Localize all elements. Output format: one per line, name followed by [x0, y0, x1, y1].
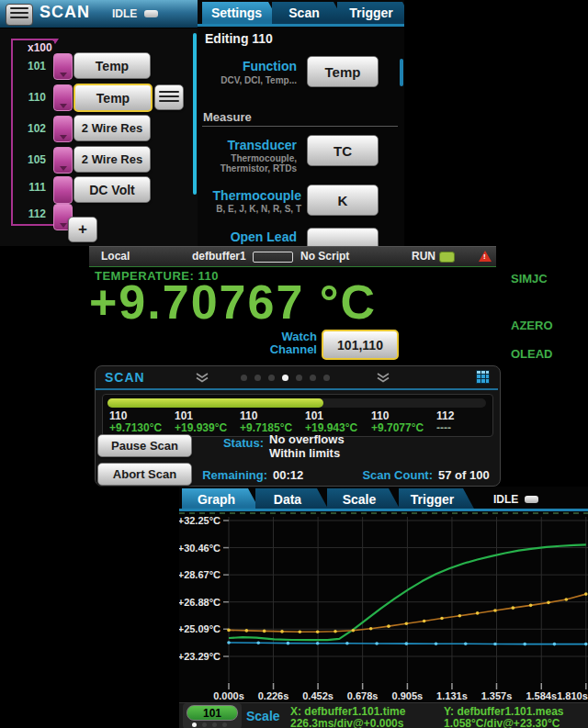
- scrollbar[interactable]: [193, 33, 197, 195]
- channel-badge[interactable]: [53, 176, 73, 204]
- idle-status: IDLE: [493, 493, 518, 506]
- settings-panel: Settings Scan Trigger Editing 110 Functi…: [198, 0, 404, 246]
- reading-channel: 112: [436, 409, 454, 422]
- main-reading: +9.70767 °C: [89, 274, 377, 330]
- home-screen: Local defbuffer1 No Script RUN ! TEMPERA…: [89, 246, 588, 487]
- temperature-graph[interactable]: 0.000s0.226s0.452s0.678s0.905s1.131s1.35…: [179, 511, 588, 702]
- watch-channel-button[interactable]: 101,110: [322, 330, 399, 360]
- channel-function-button[interactable]: 2 Wire Res: [74, 146, 151, 173]
- active-trace-pill[interactable]: 101: [187, 705, 238, 721]
- tab-settings[interactable]: Settings: [202, 2, 280, 24]
- scan-count-value: 57 of 100: [438, 468, 490, 482]
- reading-value: +9.7130°C: [109, 421, 162, 434]
- channel-badge[interactable]: [53, 147, 73, 174]
- svg-text:+26.88°C: +26.88°C: [179, 597, 220, 608]
- swipe-left-chevron-icon[interactable]: [195, 373, 209, 383]
- thermocouple-value-button[interactable]: K: [307, 185, 379, 216]
- channel-number: 112: [15, 207, 46, 220]
- transducer-value-button[interactable]: TC: [307, 135, 379, 166]
- trace-selector-tile[interactable]: 101: [183, 703, 242, 728]
- reading-value: +19.939°C: [175, 421, 227, 434]
- buffer-fill-gauge: [253, 252, 293, 263]
- script-status: No Script: [300, 250, 349, 263]
- section-divider: [202, 126, 398, 127]
- measure-section-title: Measure: [203, 110, 252, 124]
- scale-button[interactable]: Scale: [246, 709, 280, 723]
- svg-text:0.452s: 0.452s: [302, 690, 334, 701]
- x-legend-line1: X: defbuffer1.101.time: [290, 705, 405, 718]
- reading-channel: 101: [175, 409, 193, 422]
- tab-data[interactable]: Data: [255, 488, 329, 510]
- warning-triangle-icon[interactable]: !: [479, 251, 492, 262]
- channel-function-button-selected[interactable]: Temp: [74, 84, 153, 112]
- widget-divider: [96, 388, 498, 390]
- svg-text:+30.46°C: +30.46°C: [179, 543, 220, 554]
- swipe-pager-dots[interactable]: [241, 375, 330, 381]
- indicator-simjc: SIMJC: [511, 272, 548, 286]
- panel-title: SCAN: [40, 3, 90, 22]
- screen-composite: SCAN IDLE x100 101 Temp 110 Temp 102 2 W…: [0, 0, 588, 728]
- swipe-right-chevron-icon[interactable]: [376, 373, 390, 383]
- function-value-button[interactable]: Temp: [307, 56, 379, 87]
- reading-channel: 110: [240, 409, 257, 422]
- tab-underline: [198, 24, 404, 27]
- reading-value: ----: [436, 421, 451, 434]
- channel-number: 101: [15, 60, 46, 73]
- tab-graph[interactable]: Graph: [182, 488, 260, 510]
- channel-function-button[interactable]: DC Volt: [74, 176, 151, 203]
- open-lead-label: Open Lead: [198, 230, 297, 244]
- status-bar: Local defbuffer1 No Script RUN !: [89, 246, 496, 266]
- status-line-2: Within limits: [269, 446, 340, 460]
- channel-number: 111: [15, 181, 46, 194]
- tab-trigger-graph[interactable]: Trigger: [399, 488, 475, 510]
- reading-channel: 110: [371, 409, 389, 422]
- tab-scale[interactable]: Scale: [327, 488, 401, 510]
- remaining-label: Remaining:: [175, 468, 267, 482]
- channel-badge[interactable]: [53, 116, 73, 142]
- y-legend-line1: Y: defbuffer1.101.meas: [444, 705, 564, 718]
- svg-text:0.905s: 0.905s: [392, 690, 424, 701]
- menu-icon[interactable]: [6, 4, 33, 26]
- graph-screen: Graph Data Scale Trigger IDLE 0.000s0.22…: [179, 487, 588, 728]
- function-label: Function: [198, 59, 297, 73]
- svg-text:1.357s: 1.357s: [481, 690, 513, 701]
- svg-text:0.226s: 0.226s: [258, 690, 289, 701]
- channel-number: 102: [15, 122, 46, 135]
- scan-list-header: SCAN IDLE: [0, 0, 198, 28]
- scan-progress-track: [107, 398, 486, 408]
- channel-function-button[interactable]: 2 Wire Res: [74, 115, 151, 141]
- open-lead-value-button[interactable]: [307, 228, 379, 246]
- tab-trigger[interactable]: Trigger: [337, 2, 404, 24]
- tab-scan[interactable]: Scan: [272, 2, 345, 24]
- svg-text:+25.09°C: +25.09°C: [179, 623, 220, 634]
- channel-badge[interactable]: [53, 53, 73, 80]
- scrollbar[interactable]: [400, 59, 403, 86]
- watch-channel-label: Watch Channel: [227, 330, 317, 356]
- scan-readings-box: 110 +9.7130°C 101 +19.939°C 110 +9.7185°…: [102, 394, 493, 437]
- reading-channel: 101: [305, 409, 323, 422]
- svg-text:0.000s: 0.000s: [213, 690, 244, 701]
- thermocouple-sublabel: B, E, J, K, N, R, S, T: [198, 204, 301, 214]
- add-channel-button[interactable]: +: [68, 217, 97, 242]
- channel-function-button[interactable]: Temp: [74, 52, 151, 79]
- scan-swipe-widget: SCAN 110 +9.7130°C 101 +19.939°C 110: [95, 365, 501, 487]
- editing-heading: Editing 110: [205, 31, 273, 46]
- idle-indicator-icon: [525, 496, 538, 503]
- scan-progress-fill: [107, 398, 323, 408]
- active-buffer[interactable]: defbuffer1: [192, 250, 246, 263]
- channel-options-button[interactable]: [154, 84, 184, 110]
- idle-status: IDLE: [112, 7, 137, 20]
- svg-text:0.678s: 0.678s: [347, 690, 379, 701]
- comm-mode: Local: [101, 250, 130, 263]
- thermocouple-label: Thermocouple: [198, 188, 301, 203]
- reading-channel: 110: [109, 409, 127, 422]
- svg-text:1.131s: 1.131s: [436, 690, 468, 701]
- scan-list-panel: SCAN IDLE x100 101 Temp 110 Temp 102 2 W…: [0, 0, 198, 246]
- scan-table-icon[interactable]: [476, 370, 490, 384]
- idle-indicator-icon: [144, 10, 158, 17]
- channel-badge[interactable]: [53, 84, 73, 111]
- run-status: RUN: [412, 250, 435, 263]
- trace-pager-dots[interactable]: [192, 722, 227, 727]
- indicator-azero: AZERO: [511, 319, 553, 332]
- svg-text:1.584s: 1.584s: [526, 690, 557, 701]
